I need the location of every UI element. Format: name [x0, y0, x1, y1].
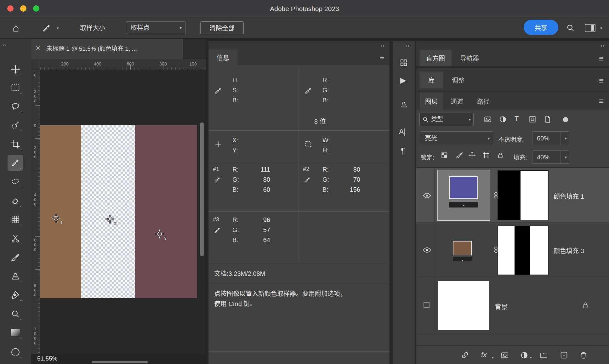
add-layer-mask-icon[interactable]: [500, 351, 509, 360]
color-sampler-3[interactable]: 3: [155, 229, 164, 239]
layer-row-color-fill-1[interactable]: ▲ 颜色填充 1: [416, 168, 609, 223]
zoom-level[interactable]: 51.55%: [37, 355, 57, 362]
sample-size-dropdown[interactable]: 取样点 ▾: [126, 21, 186, 34]
blend-mode-dropdown[interactable]: 亮光 ▾: [420, 131, 493, 145]
vertical-scrollbar[interactable]: [200, 122, 204, 256]
vertical-ruler: 0 200 0 200 400 600 800 1000 1200: [31, 70, 40, 354]
quick-selection-tool[interactable]: [8, 117, 23, 133]
pen-tool[interactable]: [8, 287, 23, 303]
dodge-tool[interactable]: [8, 306, 23, 322]
filter-adjustment-layers-icon[interactable]: [499, 115, 507, 123]
new-adjustment-layer-icon[interactable]: [520, 351, 529, 360]
info-panel-menu-icon[interactable]: ≡: [380, 53, 384, 61]
rectangular-marquee-tool[interactable]: [8, 80, 23, 95]
character-panel-icon[interactable]: A|: [399, 128, 406, 136]
libraries-menu-icon[interactable]: ≡: [599, 77, 604, 85]
layer-style-fx-icon[interactable]: fx: [481, 351, 487, 359]
workspace-icon[interactable]: [585, 24, 595, 32]
delete-layer-trash-icon[interactable]: [579, 351, 588, 360]
layer-row-color-fill-3[interactable]: ▲ 颜色填充 3: [416, 224, 609, 276]
visibility-checkbox[interactable]: [424, 302, 430, 308]
tab-navigator[interactable]: 导航器: [453, 50, 486, 66]
fill-layer-thumbnail[interactable]: ▲: [453, 241, 473, 262]
crop-tool[interactable]: [8, 136, 23, 152]
color-sampler-1[interactable]: 1: [51, 213, 61, 223]
ruler-label: 0: [33, 73, 37, 77]
filter-toggle-icon[interactable]: [563, 117, 568, 122]
clone-stamp-tool[interactable]: [8, 268, 23, 284]
info-collapse-chevron-icon[interactable]: ››: [381, 43, 385, 48]
lock-position-icon[interactable]: [468, 151, 476, 159]
canvas-image: [40, 125, 197, 298]
eyedropper-tool-preview-icon[interactable]: [42, 23, 51, 33]
horizontal-scrollbar[interactable]: [92, 361, 148, 363]
filter-smart-objects-icon[interactable]: [544, 115, 552, 123]
color-sampler-2[interactable]: 2: [105, 214, 115, 224]
tab-info[interactable]: 信息: [208, 49, 237, 65]
lock-all-icon[interactable]: [497, 151, 504, 159]
layer-name[interactable]: 颜色填充 3: [554, 246, 584, 255]
layers-panel: 图层 通道 路径 ≡ 类型 ▾ T 亮光 ▾ 不透明度:: [416, 92, 609, 364]
layer-filter-dropdown[interactable]: 类型 ▾: [419, 113, 474, 126]
ruler-label: 200: [33, 89, 37, 103]
home-icon[interactable]: ⌂: [13, 17, 19, 38]
layer-row-background[interactable]: 背景: [416, 277, 609, 335]
tab-layers[interactable]: 图层: [420, 93, 443, 110]
gradient-swatch: [11, 329, 20, 336]
fill-layer-thumbnail[interactable]: ▲: [437, 170, 490, 221]
brush-tool[interactable]: [8, 249, 23, 265]
actions-panel-icon[interactable]: ▶: [400, 76, 406, 85]
paragraph-panel-icon[interactable]: ¶: [401, 146, 405, 156]
document-tab-bar: × 未标题-1 @ 51.5% (颜色填充 1, ...: [31, 39, 206, 59]
gradient-tool[interactable]: [8, 325, 23, 340]
tab-histogram[interactable]: 直方图: [419, 50, 452, 66]
lock-pixels-icon[interactable]: [456, 151, 463, 159]
swatches-panel-icon[interactable]: [400, 59, 408, 67]
opacity-dropdown[interactable]: 60% ▾: [532, 131, 569, 145]
dock-collapse-chevron-icon[interactable]: ‹‹: [406, 43, 410, 48]
slice-tool[interactable]: [8, 230, 23, 246]
visibility-eye-icon[interactable]: [423, 246, 431, 254]
histogram-menu-icon[interactable]: ≡: [599, 54, 604, 63]
search-icon[interactable]: [566, 24, 575, 32]
document-tab[interactable]: × 未标题-1 @ 51.5% (颜色填充 1, ...: [31, 39, 183, 59]
layer-name[interactable]: 颜色填充 1: [554, 191, 584, 201]
tab-paths[interactable]: 路径: [471, 93, 496, 110]
layer-mask-thumbnail[interactable]: [498, 170, 549, 220]
window-title: Adobe Photoshop 2023: [0, 0, 609, 17]
layer-mask-thumbnail[interactable]: [498, 226, 549, 275]
eyedropper-tool[interactable]: [8, 155, 23, 171]
visibility-eye-icon[interactable]: [423, 191, 431, 200]
new-layer-icon[interactable]: [560, 351, 568, 360]
layer-name[interactable]: 背景: [495, 302, 508, 311]
tool-preview-chevron-icon[interactable]: ▾: [57, 26, 59, 30]
new-group-folder-icon[interactable]: [539, 351, 548, 360]
background-thumbnail[interactable]: [438, 281, 489, 330]
clear-all-button[interactable]: 清除全部: [200, 21, 244, 34]
hand-tool[interactable]: [8, 344, 23, 360]
move-tool[interactable]: [8, 61, 23, 77]
eraser-tool[interactable]: [8, 193, 23, 208]
tab-close-icon[interactable]: ×: [36, 43, 40, 53]
lock-artboard-icon[interactable]: [482, 151, 490, 159]
tab-libraries[interactable]: 库: [419, 71, 443, 88]
filter-type-layers-icon[interactable]: T: [515, 115, 519, 123]
tools-expand-chevron-icon[interactable]: ››: [3, 43, 6, 47]
libraries-panel-strip: 库 调整 ≡: [416, 68, 609, 92]
pattern-stamp-tool[interactable]: [8, 212, 23, 227]
tab-channels[interactable]: 通道: [445, 93, 469, 110]
lasso-tool[interactable]: [8, 99, 23, 114]
fill-dropdown[interactable]: 40% ▾: [532, 151, 569, 164]
filter-shape-layers-icon[interactable]: [528, 115, 537, 123]
layers-menu-icon[interactable]: ≡: [599, 97, 604, 105]
panels-collapse-chevron-icon[interactable]: ››: [601, 43, 605, 48]
healing-brush-tool[interactable]: [8, 173, 23, 189]
history-panel-icon[interactable]: [400, 100, 408, 109]
filter-pixel-layers-icon[interactable]: [484, 115, 492, 123]
tab-adjustments[interactable]: 调整: [445, 71, 471, 88]
canvas-viewport[interactable]: 1 2 3: [40, 70, 206, 354]
link-layers-icon[interactable]: [461, 351, 470, 360]
workspace-chevron-icon[interactable]: ▾: [600, 26, 602, 30]
lock-transparency-icon[interactable]: [441, 151, 448, 159]
share-button[interactable]: 共享: [524, 20, 558, 35]
